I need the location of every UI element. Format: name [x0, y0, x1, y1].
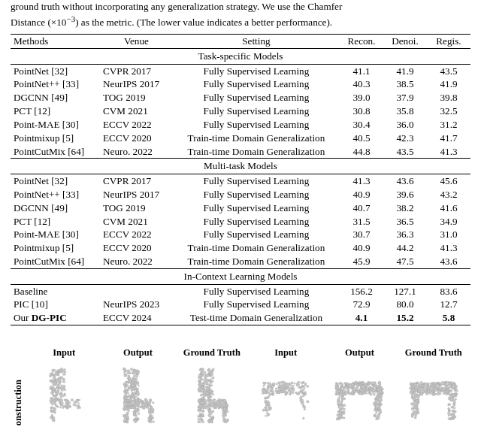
- cell-venue: [100, 284, 173, 298]
- svg-point-1746: [425, 389, 427, 392]
- svg-point-1739: [439, 384, 441, 386]
- cell-setting: Fully Supervised Learning: [173, 91, 340, 104]
- svg-point-137: [52, 404, 53, 405]
- svg-point-47: [61, 385, 63, 387]
- svg-point-1502: [376, 402, 379, 405]
- svg-point-1755: [419, 384, 422, 387]
- cell-denoi: 41.9: [383, 64, 427, 77]
- table-row: Point-MAE [30]ECCV 2022Fully Supervised …: [11, 118, 470, 132]
- svg-point-780: [204, 399, 206, 401]
- cell-venue: CVM 2021: [100, 104, 173, 118]
- cell-regis: 41.6: [427, 201, 470, 215]
- svg-point-934: [212, 418, 214, 420]
- svg-point-1381: [366, 392, 368, 395]
- cell-setting: Fully Supervised Learning: [173, 215, 340, 229]
- svg-point-460: [150, 398, 152, 401]
- svg-point-110: [57, 385, 59, 387]
- cell-venue: TOG 2019: [100, 201, 173, 215]
- svg-point-1053: [300, 386, 302, 389]
- svg-point-1022: [307, 385, 309, 387]
- cell-setting: Fully Supervised Learning: [173, 104, 340, 118]
- svg-point-290: [124, 371, 126, 374]
- svg-point-1360: [362, 389, 364, 392]
- svg-point-1884: [450, 398, 452, 401]
- svg-point-692: [207, 374, 209, 377]
- svg-point-1350: [356, 384, 359, 387]
- svg-point-566: [137, 418, 139, 420]
- svg-point-1064: [289, 383, 292, 386]
- svg-point-93: [53, 383, 56, 386]
- svg-point-924: [207, 407, 210, 410]
- svg-point-691: [201, 388, 203, 390]
- svg-point-1680: [449, 384, 452, 386]
- svg-point-148: [64, 399, 66, 401]
- svg-point-986: [287, 387, 289, 389]
- svg-point-112: [62, 395, 64, 397]
- svg-point-1101: [268, 402, 270, 404]
- svg-point-875: [200, 413, 202, 415]
- svg-point-907: [223, 407, 225, 410]
- svg-point-1637: [448, 391, 450, 393]
- svg-point-1794: [413, 398, 415, 401]
- svg-point-98: [53, 377, 56, 380]
- svg-point-72: [65, 389, 66, 391]
- svg-point-1764: [437, 390, 440, 392]
- svg-point-843: [198, 399, 201, 401]
- cell-method: PointNet [32]: [11, 64, 100, 77]
- svg-point-1478: [378, 416, 380, 419]
- svg-point-488: [124, 415, 126, 416]
- svg-point-1849: [450, 419, 452, 420]
- svg-point-1077: [279, 391, 281, 393]
- cell-venue: TOG 2019: [100, 91, 173, 104]
- cell-recon: 40.3: [340, 77, 383, 91]
- svg-point-839: [215, 404, 217, 407]
- svg-point-332: [135, 387, 137, 389]
- svg-point-1861: [455, 395, 456, 397]
- cell-venue: CVPR 2017: [100, 64, 173, 77]
- svg-point-1802: [411, 407, 413, 408]
- svg-point-1725: [432, 389, 434, 390]
- svg-point-1334: [355, 381, 358, 384]
- svg-point-97: [53, 380, 56, 382]
- svg-point-107: [60, 397, 62, 398]
- svg-point-1824: [413, 404, 416, 406]
- svg-point-841: [215, 407, 217, 409]
- table-row: DGCNN [49]TOG 2019Fully Supervised Learn…: [11, 201, 470, 215]
- cell-recon: 41.1: [340, 64, 383, 77]
- svg-point-29: [63, 380, 65, 383]
- svg-point-665: [212, 393, 214, 395]
- svg-point-347: [135, 383, 137, 384]
- svg-point-985: [262, 392, 264, 394]
- svg-point-1300: [359, 384, 361, 386]
- svg-point-1854: [451, 410, 452, 411]
- svg-point-1116: [303, 395, 304, 396]
- svg-point-419: [145, 399, 147, 401]
- svg-point-715: [198, 377, 199, 378]
- svg-point-493: [124, 421, 126, 422]
- figure-column: Ground Truth: [398, 347, 470, 425]
- svg-point-966: [292, 392, 295, 394]
- svg-point-45: [64, 371, 66, 373]
- svg-point-1346: [358, 391, 359, 392]
- cell-regis: 39.8: [427, 91, 470, 104]
- svg-point-536: [150, 417, 152, 419]
- svg-point-192: [51, 414, 53, 416]
- cell-recon: 40.5: [340, 132, 383, 145]
- svg-point-568: [211, 377, 214, 380]
- svg-point-1740: [414, 383, 416, 386]
- svg-point-263: [138, 385, 140, 386]
- svg-point-1332: [379, 383, 381, 385]
- svg-point-719: [201, 397, 204, 399]
- svg-point-1751: [412, 388, 414, 390]
- svg-point-869: [198, 418, 200, 420]
- svg-point-531: [149, 410, 151, 413]
- svg-point-326: [133, 379, 135, 381]
- svg-point-1106: [265, 410, 266, 411]
- svg-point-1003: [301, 382, 304, 385]
- svg-point-1761: [409, 387, 411, 389]
- svg-point-1691: [431, 386, 434, 389]
- svg-point-1756: [410, 383, 412, 384]
- svg-point-1437: [340, 408, 342, 410]
- cell-denoi: 80.0: [383, 298, 427, 311]
- svg-point-1464: [376, 411, 378, 413]
